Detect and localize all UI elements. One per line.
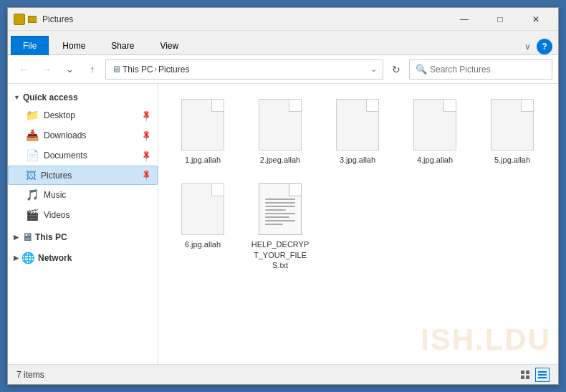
sidebar-item-documents[interactable]: 📄 Documents 📌 xyxy=(8,145,158,166)
minimize-button[interactable]: — xyxy=(448,8,481,31)
ribbon-chevron[interactable]: ∨ xyxy=(522,40,534,53)
watermark: ISH.LDU xyxy=(421,322,551,357)
sidebar-header-quick-access[interactable]: ▼ Quick access xyxy=(8,90,158,105)
folder-icon-small xyxy=(28,16,37,23)
documents-label: Documents xyxy=(44,150,87,161)
folder-icon-large xyxy=(14,14,25,25)
help-button[interactable]: ? xyxy=(537,39,552,54)
file-icon-doc xyxy=(181,183,224,235)
refresh-button[interactable]: ↻ xyxy=(386,59,406,80)
status-right xyxy=(518,368,550,382)
list-item[interactable]: 2.jpeg.allah xyxy=(244,92,316,171)
maximize-button[interactable]: □ xyxy=(484,8,517,31)
music-icon: 🎵 xyxy=(26,188,39,201)
close-button[interactable]: ✕ xyxy=(519,8,552,31)
title-bar: Pictures — □ ✕ xyxy=(8,8,558,31)
sidebar-item-music[interactable]: 🎵 Music xyxy=(8,185,158,205)
sidebar-section-quick-access: ▼ Quick access 📁 Desktop 📌 📥 Downloads 📌… xyxy=(8,90,158,225)
sidebar-header-network[interactable]: ▶ 🌐 Network xyxy=(8,249,158,267)
file-name: 1.jpg.allah xyxy=(185,155,221,165)
downloads-label: Downloads xyxy=(44,130,86,140)
list-item[interactable]: 3.jpg.allah xyxy=(322,92,393,171)
sidebar: ▼ Quick access 📁 Desktop 📌 📥 Downloads 📌… xyxy=(8,84,158,364)
documents-icon: 📄 xyxy=(26,149,39,162)
pin-icon-pictures: 📌 xyxy=(139,168,153,182)
file-icon-doc xyxy=(181,99,224,150)
sidebar-section-network: ▶ 🌐 Network xyxy=(8,249,158,267)
forward-button[interactable]: → xyxy=(37,59,57,80)
pin-icon-desktop: 📌 xyxy=(139,108,153,122)
view-grid-button[interactable] xyxy=(518,368,532,382)
file-icon-doc xyxy=(259,99,302,150)
address-path[interactable]: 🖥 This PC › Pictures ⌄ xyxy=(105,59,383,80)
pin-icon-documents: 📌 xyxy=(139,148,153,162)
recent-locations-button[interactable]: ⌄ xyxy=(59,59,80,80)
list-item[interactable]: 4.jpg.allah xyxy=(399,92,471,171)
tab-view[interactable]: View xyxy=(148,36,191,55)
pictures-icon: 🖼 xyxy=(26,169,37,181)
sidebar-header-this-pc[interactable]: ▶ 🖥 This PC xyxy=(8,228,158,246)
desktop-label: Desktop xyxy=(44,110,75,120)
network-icon: 🌐 xyxy=(21,252,35,264)
this-pc-icon: 🖥 xyxy=(21,231,32,243)
svg-rect-4 xyxy=(538,371,547,373)
search-input[interactable] xyxy=(430,64,546,75)
list-item[interactable]: 1.jpg.allah xyxy=(167,92,239,171)
file-name: 3.jpg.allah xyxy=(340,155,375,165)
music-label: Music xyxy=(44,190,66,200)
sidebar-item-pictures[interactable]: 🖼 Pictures 📌 xyxy=(8,166,158,185)
file-name: 4.jpg.allah xyxy=(417,155,453,165)
tab-share[interactable]: Share xyxy=(99,36,146,55)
desktop-icon: 📁 xyxy=(26,109,39,122)
txt-lines xyxy=(265,199,295,227)
tab-file[interactable]: File xyxy=(11,36,49,55)
explorer-window: Pictures — □ ✕ File Home Share View ∨ ? … xyxy=(7,7,559,385)
collapse-icon-network: ▶ xyxy=(14,254,19,262)
pin-icon-downloads: 📌 xyxy=(139,128,153,142)
file-icon-doc xyxy=(413,99,456,150)
svg-rect-1 xyxy=(526,371,529,374)
ribbon-right: ∨ ? xyxy=(522,39,558,54)
item-count: 7 items xyxy=(16,370,44,380)
file-area: 1.jpg.allah 2.jpeg.allah 3.jpg.allah 4.j… xyxy=(158,84,558,364)
file-grid: 1.jpg.allah 2.jpeg.allah 3.jpg.allah 4.j… xyxy=(167,92,550,277)
window-controls: — □ ✕ xyxy=(448,8,552,31)
status-bar: 7 items xyxy=(8,364,558,384)
search-icon: 🔍 xyxy=(416,64,427,75)
sidebar-item-videos[interactable]: 🎬 Videos xyxy=(8,205,158,225)
sidebar-item-downloads[interactable]: 📥 Downloads 📌 xyxy=(8,125,158,145)
path-separator-1: › xyxy=(155,65,157,73)
videos-label: Videos xyxy=(44,210,69,220)
path-folder-icon: 🖥 xyxy=(112,64,121,75)
search-box[interactable]: 🔍 xyxy=(409,59,552,80)
path-dropdown-icon: ⌄ xyxy=(370,64,377,74)
quick-access-label: Quick access xyxy=(23,92,78,102)
ribbon-tabs: File Home Share View ∨ ? xyxy=(8,31,558,55)
tab-home[interactable]: Home xyxy=(50,36,97,55)
path-pictures: Pictures xyxy=(158,64,189,75)
view-list-button[interactable] xyxy=(535,368,550,382)
file-name: 2.jpeg.allah xyxy=(260,155,300,165)
file-name: 6.jpg.allah xyxy=(185,239,221,249)
list-item[interactable]: 5.jpg.allah xyxy=(476,92,548,171)
up-button[interactable]: ↑ xyxy=(82,59,102,80)
list-item[interactable]: HELP_DECRYPT_YOUR_FILES.txt xyxy=(244,177,316,277)
file-icon-doc xyxy=(336,99,379,150)
network-label: Network xyxy=(38,253,72,263)
file-name: 5.jpg.allah xyxy=(494,155,530,165)
file-icon-txt xyxy=(259,183,302,235)
file-icon-doc xyxy=(491,99,534,150)
downloads-icon: 📥 xyxy=(26,129,39,142)
address-bar: ← → ⌄ ↑ 🖥 This PC › Pictures ⌄ ↻ 🔍 xyxy=(8,55,558,84)
main-area: ▼ Quick access 📁 Desktop 📌 📥 Downloads 📌… xyxy=(8,84,558,364)
sidebar-item-desktop[interactable]: 📁 Desktop 📌 xyxy=(8,105,158,125)
this-pc-label: This PC xyxy=(35,232,67,242)
svg-rect-3 xyxy=(526,376,529,379)
pictures-label: Pictures xyxy=(41,171,72,181)
svg-rect-5 xyxy=(538,374,547,376)
collapse-icon: ▼ xyxy=(14,94,20,101)
back-button[interactable]: ← xyxy=(14,59,34,80)
list-item[interactable]: 6.jpg.allah xyxy=(167,177,239,277)
path-this-pc: This PC xyxy=(123,64,153,75)
file-name: HELP_DECRYPT_YOUR_FILES.txt xyxy=(251,239,310,270)
